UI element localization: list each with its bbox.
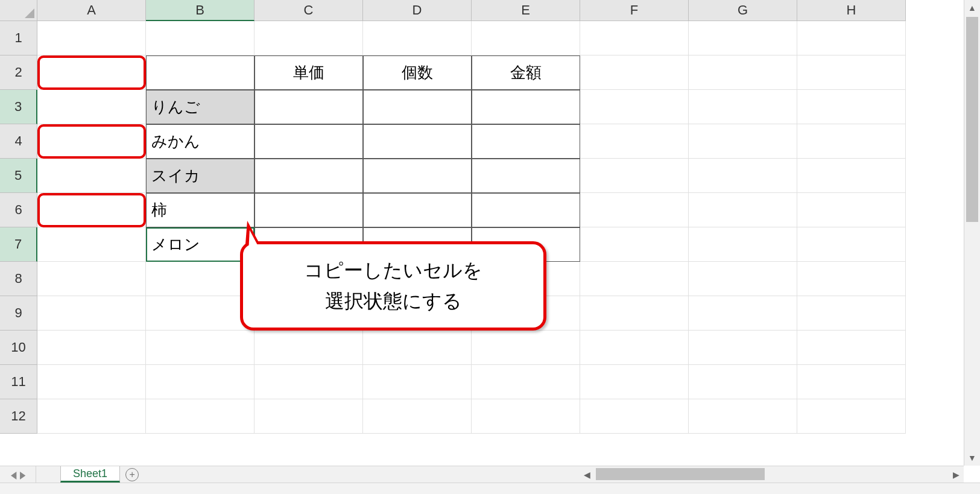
cell-F1[interactable]	[580, 21, 689, 55]
cell-E11[interactable]	[472, 365, 580, 399]
cell-F11[interactable]	[580, 365, 689, 399]
scroll-left-icon[interactable]: ◀	[579, 466, 595, 483]
row-header-4[interactable]: 4	[0, 124, 37, 159]
cell-A7[interactable]	[37, 227, 146, 262]
cell-C12[interactable]	[254, 399, 363, 434]
cell-E10[interactable]	[472, 331, 580, 365]
cell-H3[interactable]	[797, 90, 906, 124]
cell-B6[interactable]: 柿	[146, 193, 254, 227]
cell-B2[interactable]	[146, 55, 254, 90]
cell-F12[interactable]	[580, 399, 689, 434]
cell-H8[interactable]	[797, 262, 906, 296]
row-header-3[interactable]: 3	[0, 90, 37, 124]
cell-E1[interactable]	[472, 21, 580, 55]
row-header-8[interactable]: 8	[0, 262, 37, 296]
col-header-G[interactable]: G	[689, 0, 797, 21]
col-header-F[interactable]: F	[580, 0, 689, 21]
cell-G8[interactable]	[689, 262, 797, 296]
cell-G9[interactable]	[689, 296, 797, 331]
cell-A8[interactable]	[37, 262, 146, 296]
cell-E12[interactable]	[472, 399, 580, 434]
cell-F2[interactable]	[580, 55, 689, 90]
cell-H12[interactable]	[797, 399, 906, 434]
row-header-2[interactable]: 2	[0, 55, 37, 90]
cell-G4[interactable]	[689, 124, 797, 159]
scroll-down-icon[interactable]: ▼	[964, 450, 980, 466]
cell-D5[interactable]	[363, 159, 472, 193]
cell-H10[interactable]	[797, 331, 906, 365]
hscroll-track[interactable]	[595, 466, 948, 483]
cell-A6[interactable]	[37, 193, 146, 227]
cell-B9[interactable]	[146, 296, 254, 331]
row-header-5[interactable]: 5	[0, 159, 37, 193]
cell-A2[interactable]	[37, 55, 146, 90]
col-header-H[interactable]: H	[797, 0, 906, 21]
cell-G11[interactable]	[689, 365, 797, 399]
cell-H5[interactable]	[797, 159, 906, 193]
cell-G3[interactable]	[689, 90, 797, 124]
cell-D6[interactable]	[363, 193, 472, 227]
cell-A10[interactable]	[37, 331, 146, 365]
cell-B3[interactable]: りんご	[146, 90, 254, 124]
sheet-tab-active[interactable]: Sheet1	[60, 466, 120, 483]
row-header-6[interactable]: 6	[0, 193, 37, 227]
vertical-scrollbar[interactable]: ▲ ▼	[964, 0, 980, 466]
cell-E6[interactable]	[472, 193, 580, 227]
cell-F4[interactable]	[580, 124, 689, 159]
cell-C6[interactable]	[254, 193, 363, 227]
row-header-7[interactable]: 7	[0, 227, 37, 262]
cell-F10[interactable]	[580, 331, 689, 365]
cell-E3[interactable]	[472, 90, 580, 124]
row-header-10[interactable]: 10	[0, 331, 37, 365]
add-sheet-button[interactable]: +	[120, 466, 144, 483]
cell-B8[interactable]	[146, 262, 254, 296]
cell-D12[interactable]	[363, 399, 472, 434]
cell-C11[interactable]	[254, 365, 363, 399]
cell-G5[interactable]	[689, 159, 797, 193]
cell-B10[interactable]	[146, 331, 254, 365]
cell-B12[interactable]	[146, 399, 254, 434]
cell-H7[interactable]	[797, 227, 906, 262]
row-header-9[interactable]: 9	[0, 296, 37, 331]
row-header-12[interactable]: 12	[0, 399, 37, 434]
cell-C2[interactable]: 単価	[254, 55, 363, 90]
cell-B11[interactable]	[146, 365, 254, 399]
row-header-11[interactable]: 11	[0, 365, 37, 399]
cell-G12[interactable]	[689, 399, 797, 434]
cell-D3[interactable]	[363, 90, 472, 124]
cell-D2[interactable]: 個数	[363, 55, 472, 90]
cell-A11[interactable]	[37, 365, 146, 399]
cell-H11[interactable]	[797, 365, 906, 399]
cell-E5[interactable]	[472, 159, 580, 193]
col-header-C[interactable]: C	[254, 0, 363, 21]
cell-A9[interactable]	[37, 296, 146, 331]
vscroll-thumb[interactable]	[966, 17, 978, 222]
cell-F8[interactable]	[580, 262, 689, 296]
cell-E4[interactable]	[472, 124, 580, 159]
cell-H9[interactable]	[797, 296, 906, 331]
cell-C1[interactable]	[254, 21, 363, 55]
cell-G1[interactable]	[689, 21, 797, 55]
col-header-B[interactable]: B	[146, 0, 254, 21]
cell-A12[interactable]	[37, 399, 146, 434]
hscroll-thumb[interactable]	[596, 468, 765, 480]
cell-D11[interactable]	[363, 365, 472, 399]
cell-D10[interactable]	[363, 331, 472, 365]
tab-nav-buttons[interactable]: ◀▶	[0, 466, 36, 483]
cell-A1[interactable]	[37, 21, 146, 55]
cell-E2[interactable]: 金額	[472, 55, 580, 90]
cell-D4[interactable]	[363, 124, 472, 159]
cell-A3[interactable]	[37, 90, 146, 124]
select-all-corner[interactable]	[0, 0, 37, 21]
cell-B1[interactable]	[146, 21, 254, 55]
cell-F9[interactable]	[580, 296, 689, 331]
cell-F6[interactable]	[580, 193, 689, 227]
row-header-1[interactable]: 1	[0, 21, 37, 55]
scroll-right-icon[interactable]: ▶	[948, 466, 964, 483]
cell-B5[interactable]: スイカ	[146, 159, 254, 193]
col-header-A[interactable]: A	[37, 0, 146, 21]
cell-C3[interactable]	[254, 90, 363, 124]
cell-H4[interactable]	[797, 124, 906, 159]
cell-B4[interactable]: みかん	[146, 124, 254, 159]
cell-H2[interactable]	[797, 55, 906, 90]
